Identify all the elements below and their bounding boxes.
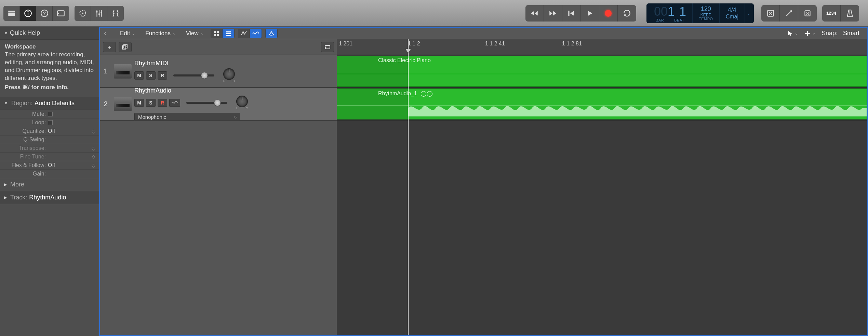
arrange-area: Edit⌄ Functions⌄ View⌄ ⌄ ⌄ Snap: Smart	[99, 27, 868, 336]
grid-button[interactable]	[211, 29, 223, 38]
quick-help-header[interactable]: ▼ Quick Help	[0, 27, 99, 40]
metronome-button[interactable]	[841, 5, 859, 22]
ruler-mark: 1 1 2 41	[485, 41, 505, 47]
track-instrument-icon[interactable]	[114, 64, 132, 79]
param-gain[interactable]: Gain:	[0, 170, 99, 178]
smart-controls-button[interactable]	[75, 6, 91, 21]
track-lane-2[interactable]: RhythmAudio_1 ◯◯	[337, 88, 867, 121]
quick-help-hint: Press ⌘/ for more info.	[5, 84, 94, 92]
quick-help-body: Workspace The primary area for recording…	[0, 40, 99, 97]
ruler[interactable]: 1 201 1 1 2 1 1 2 41 1 1 2 81	[337, 39, 867, 55]
timeline[interactable]: 1 201 1 1 2 1 1 2 41 1 1 2 81 Classic El…	[337, 39, 867, 335]
svg-rect-16	[217, 31, 219, 33]
volume-slider[interactable]	[173, 74, 214, 76]
midi-region[interactable]: Classic Electric Piano	[337, 56, 867, 87]
svg-point-9	[98, 13, 99, 15]
left-click-tool[interactable]: ⌄	[785, 29, 801, 38]
record-icon	[605, 10, 612, 17]
track-header-2[interactable]: 2 RhythmAudio M S R LR	[100, 88, 337, 121]
inspector-button[interactable]	[20, 6, 36, 21]
audio-region[interactable]: RhythmAudio_1 ◯◯	[337, 88, 867, 120]
cycle-button[interactable]	[618, 5, 636, 22]
solo-button[interactable]: S	[798, 5, 817, 22]
back-button[interactable]	[103, 29, 113, 38]
waveform	[408, 100, 867, 116]
param-mute[interactable]: Mute:	[0, 110, 99, 118]
track-name[interactable]: RhythmMIDI	[134, 60, 334, 67]
slider-thumb[interactable]	[214, 100, 221, 106]
track-header[interactable]: ▶ Track: RhythmAudio	[0, 191, 99, 204]
mute-button[interactable]: M	[134, 71, 144, 80]
forward-button[interactable]	[544, 5, 562, 22]
add-track-button[interactable]: ＋	[103, 42, 116, 52]
view-menu[interactable]: View⌄	[183, 29, 207, 38]
svg-text:S: S	[806, 11, 809, 16]
more-header[interactable]: ▶ More	[0, 178, 99, 191]
replace-button[interactable]	[761, 5, 780, 22]
track-header-1[interactable]: 1 RhythmMIDI M S R LR	[100, 55, 337, 88]
svg-rect-11	[569, 11, 570, 16]
automation-button[interactable]	[238, 29, 250, 38]
library-button[interactable]	[3, 6, 20, 21]
flex-segment	[238, 29, 262, 38]
catch-playhead-button[interactable]	[266, 29, 277, 38]
svg-point-10	[101, 12, 102, 13]
workspace: ▼ Quick Help Workspace The primary area …	[0, 27, 868, 336]
rewind-button[interactable]	[525, 5, 544, 22]
svg-rect-20	[226, 33, 231, 34]
volume-slider[interactable]	[186, 102, 227, 104]
snap-value[interactable]: Smart	[843, 30, 859, 37]
track-headers-column: ＋ + 1 RhythmMIDI M S R	[100, 39, 337, 335]
ruler-mark: 1 1 2	[408, 41, 420, 47]
region-midline	[337, 74, 867, 74]
editors-button[interactable]	[107, 6, 124, 21]
solo-track-button[interactable]: S	[146, 71, 156, 80]
param-loop[interactable]: Loop:	[0, 118, 99, 127]
global-tracks-button[interactable]	[321, 42, 334, 52]
stepper-icon[interactable]: ◇	[92, 163, 95, 168]
flex-track-button[interactable]	[169, 99, 180, 107]
cmd-click-tool[interactable]: ⌄	[802, 29, 818, 38]
record-button[interactable]	[599, 5, 618, 22]
play-button[interactable]	[581, 5, 599, 22]
functions-menu[interactable]: Functions⌄	[142, 29, 179, 38]
track-lane-1[interactable]: Classic Electric Piano	[337, 55, 867, 88]
lcd-time-signature[interactable]: 4/4	[728, 6, 736, 14]
pan-knob[interactable]	[223, 68, 235, 80]
track-name[interactable]: RhythmAudio	[134, 87, 334, 94]
track-instrument-icon[interactable]	[114, 97, 132, 111]
disclosure-triangle-icon: ▶	[4, 195, 7, 200]
lcd-display[interactable]: 001 1 BAR BEAT 120 KEEP TEMPO 4/4 Cmaj ⌄	[646, 3, 754, 23]
region-header[interactable]: ▼ Region: Audio Defaults	[0, 97, 99, 110]
pan-knob[interactable]	[236, 96, 248, 107]
quick-help-button[interactable]: ?	[36, 6, 53, 21]
duplicate-track-button[interactable]: +	[119, 42, 132, 52]
record-enable-button[interactable]: R	[158, 71, 167, 80]
lcd-key[interactable]: Cmaj	[726, 14, 738, 20]
stepper-icon[interactable]: ◇	[92, 128, 95, 134]
catch-segment	[265, 29, 278, 38]
go-to-beginning-button[interactable]	[562, 5, 581, 22]
slider-thumb[interactable]	[201, 72, 208, 79]
stepper-icon: ◇	[92, 145, 95, 151]
playhead[interactable]	[408, 39, 409, 335]
mixer-button[interactable]	[91, 6, 107, 21]
edit-menu[interactable]: Edit⌄	[117, 29, 138, 38]
flex-button[interactable]	[250, 29, 262, 38]
param-flex-follow[interactable]: Flex & Follow:Off◇	[0, 161, 99, 170]
mute-button[interactable]: M	[134, 99, 144, 107]
count-in-button[interactable]: 1234	[822, 5, 841, 22]
param-qswing[interactable]: Q-Swing:	[0, 136, 99, 144]
lcd-tempo[interactable]: 120	[701, 5, 711, 13]
checkbox[interactable]	[48, 112, 53, 116]
lcd-bar: 1	[668, 4, 675, 18]
solo-track-button[interactable]: S	[146, 99, 156, 107]
list-button[interactable]	[223, 29, 234, 38]
tuner-button[interactable]	[780, 5, 798, 22]
toolbar-button[interactable]	[53, 6, 69, 21]
param-quantize[interactable]: Quantize:Off◇	[0, 127, 99, 136]
checkbox[interactable]	[48, 120, 53, 125]
record-enable-button[interactable]: R	[158, 99, 167, 107]
lcd-dropdown[interactable]: ⌄	[745, 3, 752, 23]
flex-mode-select[interactable]: Monophonic◇	[134, 113, 240, 121]
